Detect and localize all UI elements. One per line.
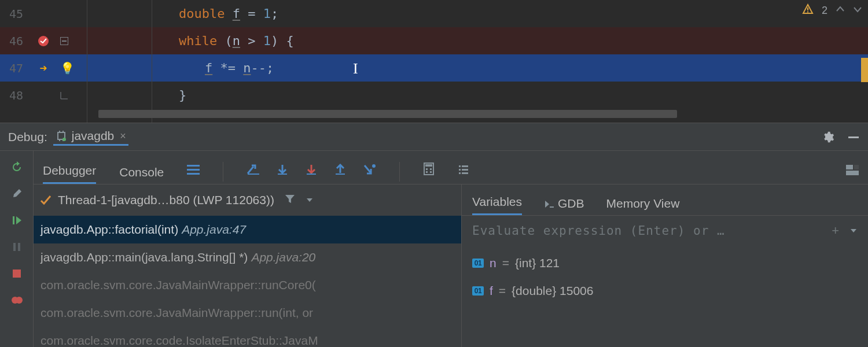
svg-point-2 (38, 36, 49, 46)
svg-rect-39 (459, 172, 461, 174)
svg-rect-15 (13, 270, 21, 278)
stack-frames-list[interactable]: javagdb.App::factorial(int) App.java:47 … (34, 216, 461, 347)
intention-bulb-icon[interactable]: 💡 (58, 61, 95, 75)
line-number: 45 (0, 7, 29, 21)
prev-problem-icon[interactable] (836, 5, 845, 17)
show-exec-point-icon[interactable] (247, 164, 259, 178)
chevron-down-icon[interactable] (849, 224, 858, 238)
debug-left-rail (0, 151, 34, 347)
step-out-icon[interactable] (334, 164, 346, 178)
stack-frame[interactable]: com.oracle.svm.core.code.IsolateEnterStu… (34, 327, 461, 347)
svg-point-28 (372, 164, 376, 168)
debug-toolwindow-header: Debug: javagdb × (0, 123, 868, 151)
layout-settings-icon[interactable] (846, 164, 859, 184)
run-to-cursor-icon[interactable] (363, 164, 376, 178)
thread-name: Thread-1-[javagdb…b80 (LWP 112063)) (58, 193, 274, 207)
pause-icon[interactable] (10, 240, 24, 254)
svg-rect-44 (550, 206, 554, 208)
line-number: 47 (0, 61, 29, 75)
tab-variables[interactable]: Variables (472, 195, 522, 215)
variable-row[interactable]: 01 f = {double} 15006 (472, 277, 858, 305)
variables-list[interactable]: 01 n = {int} 121 01 f = {double} 15006 (462, 246, 868, 308)
evaluate-input[interactable]: Evaluate expression (Enter) or … (472, 224, 821, 238)
checkmark-icon (39, 194, 52, 206)
svg-rect-43 (846, 171, 859, 175)
tab-gdb[interactable]: GDB (544, 197, 584, 215)
text-cursor-icon: I (353, 60, 358, 77)
svg-rect-41 (846, 165, 853, 169)
warning-icon (802, 3, 814, 18)
stack-frame[interactable]: com.oracle.svm.core.JavaMainWrapper::run… (34, 271, 461, 299)
trace-icon[interactable] (458, 164, 469, 184)
step-into-icon[interactable] (306, 164, 317, 178)
fold-minus-icon[interactable] (58, 37, 95, 45)
frames-panel: Thread-1-[javagdb…b80 (LWP 112063)) java… (34, 184, 462, 347)
type-badge: 01 (472, 286, 484, 296)
step-over-icon[interactable] (277, 164, 288, 178)
code-editor[interactable]: 2 45 double f = 1; 46 while (n > 1) { 47 (0, 0, 868, 123)
variable-row[interactable]: 01 n = {int} 121 (472, 249, 858, 277)
svg-rect-12 (13, 216, 14, 224)
svg-rect-35 (459, 165, 461, 167)
settings-icon[interactable] (822, 131, 834, 143)
chevron-down-icon[interactable] (306, 194, 314, 207)
fold-end-icon[interactable] (58, 91, 95, 99)
svg-rect-40 (462, 172, 468, 174)
horizontal-scrollbar[interactable] (98, 110, 677, 118)
code-line[interactable]: 48 } (0, 82, 868, 109)
line-number: 48 (0, 88, 29, 102)
debug-toolwindow: Debugger Console (0, 151, 868, 347)
code-line-executing[interactable]: 47 ➔ 💡 f *= n--; (0, 54, 868, 82)
code-line[interactable]: 45 double f = 1; (0, 0, 868, 27)
next-problem-icon[interactable] (853, 5, 862, 17)
inspection-widget: 2 (802, 3, 862, 18)
stack-frame[interactable]: com.oracle.svm.core.JavaMainWrapper::run… (34, 299, 461, 327)
chip-icon (56, 130, 67, 142)
variables-panel: Variables GDB Memory View Evaluate expre… (462, 184, 868, 347)
code-line[interactable]: 46 while (n > 1) { (0, 27, 868, 54)
svg-rect-19 (187, 169, 200, 171)
svg-rect-14 (18, 243, 20, 251)
svg-rect-37 (459, 169, 461, 171)
svg-point-17 (16, 297, 23, 304)
svg-rect-30 (425, 164, 432, 167)
debug-subtabs: Debugger Console (34, 151, 868, 184)
execution-point-icon: ➔ (29, 61, 58, 75)
add-watch-icon[interactable]: + (832, 223, 839, 238)
svg-rect-42 (854, 165, 859, 169)
breakpoint-icon[interactable] (29, 35, 58, 47)
error-stripe-marker[interactable] (861, 58, 868, 82)
line-number: 46 (0, 34, 29, 48)
tab-debugger[interactable]: Debugger (43, 164, 96, 184)
run-config-tab[interactable]: javagdb × (53, 128, 128, 146)
minimize-icon[interactable] (847, 131, 860, 143)
evaluate-expr-icon[interactable] (423, 163, 435, 184)
svg-rect-32 (430, 168, 432, 170)
debug-title: Debug: (8, 130, 47, 144)
stack-frame[interactable]: javagdb.App::main(java.lang.String[] *) … (34, 243, 461, 271)
tab-memory-view[interactable]: Memory View (606, 197, 680, 215)
svg-rect-13 (13, 243, 16, 251)
close-tab-icon[interactable]: × (120, 130, 126, 142)
filter-icon[interactable] (285, 194, 295, 207)
svg-rect-0 (807, 8, 808, 10)
rerun-icon[interactable] (10, 160, 24, 174)
svg-point-10 (62, 138, 66, 141)
tab-console[interactable]: Console (119, 165, 164, 184)
svg-rect-31 (426, 168, 428, 170)
svg-rect-18 (187, 165, 200, 167)
stack-frame[interactable]: javagdb.App::factorial(int) App.java:47 (34, 216, 461, 243)
threads-icon[interactable] (187, 164, 200, 184)
stop-icon[interactable] (10, 267, 24, 280)
warning-count: 2 (822, 5, 827, 17)
svg-rect-20 (187, 173, 200, 175)
resume-icon[interactable] (10, 213, 24, 227)
modify-config-icon[interactable] (10, 187, 24, 201)
view-breakpoints-icon[interactable] (10, 293, 24, 307)
svg-rect-38 (462, 169, 468, 171)
svg-rect-1 (807, 12, 808, 13)
thread-selector[interactable]: Thread-1-[javagdb…b80 (LWP 112063)) (34, 184, 461, 216)
svg-rect-34 (430, 171, 432, 173)
svg-rect-33 (426, 171, 428, 173)
svg-rect-36 (462, 165, 468, 167)
